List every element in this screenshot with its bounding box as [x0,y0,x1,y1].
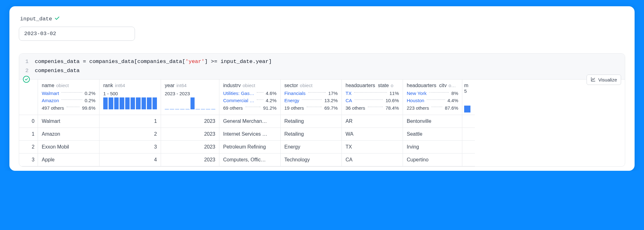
column-header[interactable]: headquarters_stateoTX11%CA10.6%36 others… [342,80,403,115]
stat-row: TX11% [346,90,399,97]
stat-label[interactable]: TX [346,90,352,97]
data-cell[interactable] [462,141,475,154]
stat-dots [429,92,449,93]
data-cell[interactable]: 2 [99,128,161,141]
index-cell[interactable]: 3 [19,154,38,166]
stat-label: 69 others [223,104,243,112]
data-cell[interactable]: Amazon [38,128,99,141]
data-cell[interactable]: 2023 [161,115,219,128]
column-hq_city: headquarters_cityo…New York8%Houston4.4%… [403,80,462,166]
stat-label: 36 others [346,104,365,112]
data-cell[interactable]: 2023 [161,128,219,141]
data-cell[interactable]: 2023 [161,141,219,154]
index-header [19,80,38,115]
code-line: 1compenies_data = companies_data[compani… [19,57,625,66]
stat-dots [427,99,445,100]
column-name: headquarters_city [407,83,447,87]
column-name: headquarters_state [346,83,389,87]
histogram-bar [206,109,210,109]
stat-label[interactable]: Energy [284,97,299,104]
column-header[interactable]: nameobjectWalmart0.2%Amazon0.2%497 other… [38,80,99,115]
column-industry: industryobjectUtilities: Gas…4.6%Commerc… [219,80,281,166]
stat-label[interactable]: Financials [284,90,306,97]
stat-label[interactable]: New York [407,90,427,97]
data-cell[interactable]: Bentonville [403,115,462,128]
histogram-bar [196,109,200,109]
index-cell[interactable]: 2 [19,141,38,154]
index-cell[interactable]: 1 [19,128,38,141]
histogram-bar [180,109,184,109]
histogram-bar [153,97,157,109]
data-cell[interactable]: Cupertino [403,154,462,166]
data-cell[interactable]: Seattle [403,128,462,141]
stat-row: 36 others78.4% [346,104,399,112]
histogram-bar [175,109,179,109]
histogram-bar [191,97,195,109]
histogram [103,97,157,109]
stat-pct: 13.2% [324,97,338,104]
stat-label[interactable]: Walmart [42,90,59,97]
data-cell[interactable]: 2023 [161,154,219,166]
column-type: o… [448,83,456,87]
column-header[interactable]: rankint641 - 500 [99,80,161,115]
data-cell[interactable]: Energy [281,141,341,154]
code-content: compenies_data = companies_data[companie… [35,57,272,66]
data-cell[interactable]: Technology [281,154,341,166]
data-cell[interactable]: Computers, Offic… [219,154,280,166]
data-cell[interactable]: Petroleum Refining [219,141,280,154]
stat-pct: 4.2% [266,97,276,104]
column-header[interactable]: yearint642023 - 2023 [161,80,219,115]
data-cell[interactable]: WA [342,128,403,141]
column-header[interactable]: headquarters_cityo…New York8%Houston4.4%… [403,80,462,115]
column-name: nameobjectWalmart0.2%Amazon0.2%497 other… [38,80,99,166]
data-cell[interactable] [462,154,475,166]
visualize-button[interactable]: Visualize [587,75,621,85]
stat-row: Walmart0.2% [42,90,95,97]
data-cell[interactable]: Walmart [38,115,99,128]
column-name: m [464,83,473,88]
data-cell[interactable]: 1 [99,115,161,128]
data-cell[interactable]: Exxon Mobil [38,141,99,154]
column-header[interactable]: industryobjectUtilities: Gas…4.6%Commerc… [219,80,280,115]
stat-dots [62,99,82,100]
data-grid[interactable]: 0123nameobjectWalmart0.2%Amazon0.2%497 o… [19,79,625,166]
data-cell[interactable]: Retailing [281,115,341,128]
data-cell[interactable]: 3 [99,141,161,154]
stat-label[interactable]: Utilities: Gas… [223,90,254,97]
data-cell[interactable]: 4 [99,154,161,166]
stat-dots [257,99,263,100]
data-cell[interactable] [462,115,475,128]
stat-dots [67,107,80,107]
data-cell[interactable]: Apple [38,154,99,166]
stat-row: 223 others87.6% [407,104,458,112]
code-editor[interactable]: 1compenies_data = companies_data[compani… [19,54,625,79]
data-cell[interactable]: Irving [403,141,462,154]
index-cell[interactable]: 0 [19,115,38,128]
column-header[interactable]: m5 [462,80,475,115]
range-text: 1 - 500 [103,91,157,96]
notebook-cell: input_date 1compenies_data = companies_d… [9,6,635,171]
stat-dots [307,107,322,107]
data-cell[interactable]: General Merchan… [219,115,280,128]
data-cell[interactable] [462,128,475,141]
data-cell[interactable]: Internet Services … [219,128,280,141]
column-type: object [243,83,255,87]
data-cell[interactable]: Retailing [281,128,341,141]
visualize-label: Visualize [598,77,617,82]
stat-label[interactable]: Houston [407,97,424,104]
column-name: name [42,83,54,87]
stat-label[interactable]: CA [346,97,352,104]
data-cell[interactable]: TX [342,141,403,154]
data-cell[interactable]: CA [342,154,403,166]
histogram-bar [136,97,140,109]
stat-label[interactable]: Amazon [42,97,59,104]
histogram-bar [211,109,215,109]
column-name: sector [284,83,298,87]
column-header[interactable]: sectorobjectFinancials17%Energy13.2%19 o… [281,80,341,115]
input-date-field[interactable] [19,27,135,41]
column-name: rank [103,83,113,88]
line-number: 1 [19,57,35,66]
data-cell[interactable]: AR [342,115,403,128]
stat-label[interactable]: Commercial … [223,97,254,104]
stat-label: 223 others [407,104,429,112]
